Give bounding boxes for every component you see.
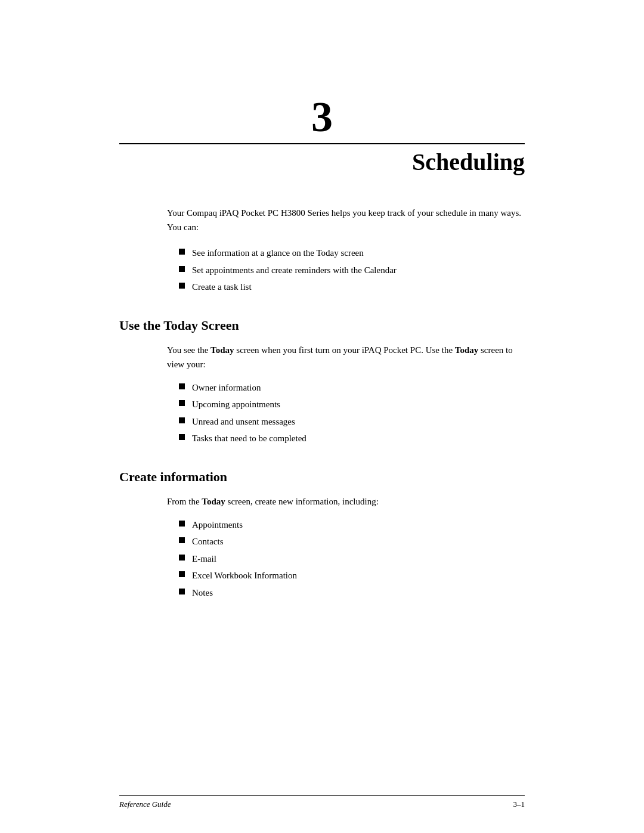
intro-text-content: Your Compaq iPAQ Pocket PC H3800 Series … <box>167 208 521 232</box>
footer-label: Reference Guide <box>119 800 171 809</box>
chapter-divider <box>119 143 525 144</box>
today-para-bold1: Today <box>210 345 234 355</box>
today-bullet-2: Upcoming appointments <box>192 398 280 411</box>
intro-bullet-1: See information at a glance on the Today… <box>192 246 364 260</box>
page: 3 Scheduling Your Compaq iPAQ Pocket PC … <box>0 0 644 833</box>
list-item: Excel Workbook Information <box>179 569 525 583</box>
create-para-bold1: Today <box>202 497 225 506</box>
chapter-number: 3 <box>119 95 525 138</box>
bullet-icon <box>179 249 185 255</box>
today-para-before: You see the <box>167 345 210 355</box>
chapter-title: Scheduling <box>119 148 525 176</box>
intro-bullet-3: Create a task list <box>192 280 252 294</box>
create-bullet-5: Notes <box>192 586 213 600</box>
create-bullet-2: Contacts <box>192 535 224 549</box>
create-para-after: screen, create new information, includin… <box>225 497 379 506</box>
create-bullet-1: Appointments <box>192 518 243 532</box>
footer: Reference Guide 3–1 <box>119 795 525 809</box>
today-screen-heading: Use the Today Screen <box>119 318 525 333</box>
create-bullet-list: Appointments Contacts E-mail Excel Workb… <box>179 518 525 600</box>
intro-paragraph: Your Compaq iPAQ Pocket PC H3800 Series … <box>167 206 525 234</box>
bullet-icon <box>179 555 185 561</box>
list-item: See information at a glance on the Today… <box>179 246 525 260</box>
list-item: Unread and unsent messages <box>179 415 525 429</box>
bullet-icon <box>179 417 185 423</box>
list-item: Set appointments and create reminders wi… <box>179 264 525 277</box>
footer-page-number: 3–1 <box>513 800 525 809</box>
bullet-icon <box>179 283 185 289</box>
list-item: Notes <box>179 586 525 600</box>
today-para-mid: screen when you first turn on your iPAQ … <box>234 345 455 355</box>
today-screen-paragraph: You see the Today screen when you first … <box>167 343 525 371</box>
bullet-icon <box>179 537 185 543</box>
create-bullet-4: Excel Workbook Information <box>192 569 297 583</box>
list-item: Create a task list <box>179 280 525 294</box>
today-para-bold2: Today <box>455 345 478 355</box>
today-bullet-3: Unread and unsent messages <box>192 415 295 429</box>
list-item: E-mail <box>179 552 525 566</box>
bullet-icon <box>179 571 185 577</box>
intro-bullet-list: See information at a glance on the Today… <box>179 246 525 294</box>
list-item: Appointments <box>179 518 525 532</box>
bullet-icon <box>179 434 185 440</box>
bullet-icon <box>179 400 185 406</box>
create-para-before: From the <box>167 497 202 506</box>
today-bullet-4: Tasks that need to be completed <box>192 432 306 445</box>
content-area: 3 Scheduling Your Compaq iPAQ Pocket PC … <box>0 0 644 659</box>
bullet-icon <box>179 589 185 594</box>
create-info-paragraph: From the Today screen, create new inform… <box>167 494 525 509</box>
list-item: Contacts <box>179 535 525 549</box>
bullet-icon <box>179 266 185 272</box>
list-item: Upcoming appointments <box>179 398 525 411</box>
create-bullet-3: E-mail <box>192 552 216 566</box>
today-bullet-1: Owner information <box>192 381 261 395</box>
today-bullet-list: Owner information Upcoming appointments … <box>179 381 525 445</box>
bullet-icon <box>179 383 185 389</box>
create-info-heading: Create information <box>119 469 525 485</box>
intro-bullet-2: Set appointments and create reminders wi… <box>192 264 397 277</box>
list-item: Owner information <box>179 381 525 395</box>
bullet-icon <box>179 521 185 527</box>
list-item: Tasks that need to be completed <box>179 432 525 445</box>
